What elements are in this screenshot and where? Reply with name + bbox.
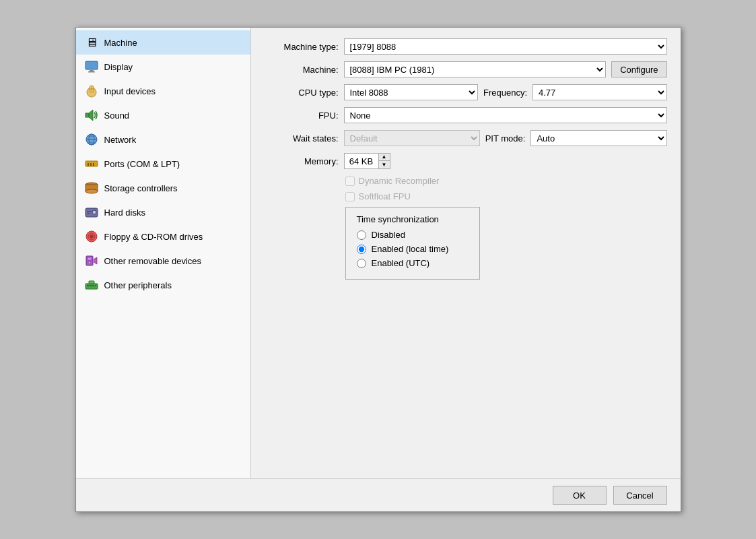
sidebar-item-other-removable-label: Other removable devices bbox=[104, 256, 202, 266]
svg-point-22 bbox=[92, 210, 96, 214]
time-sync-disabled-label: Disabled bbox=[372, 230, 406, 240]
svg-rect-17 bbox=[93, 163, 94, 166]
sidebar-item-machine[interactable]: 🖥 Machine bbox=[76, 30, 250, 55]
memory-spin-buttons: ▲ ▼ bbox=[378, 154, 390, 168]
softfloat-fpu-checkbox[interactable] bbox=[345, 192, 355, 201]
cancel-button[interactable]: Cancel bbox=[613, 486, 667, 505]
other-removable-icon bbox=[84, 253, 99, 268]
sidebar-item-network[interactable]: Network bbox=[76, 127, 250, 152]
dialog-body: 🖥 Machine Display bbox=[76, 28, 681, 478]
dynamic-recompiler-checkbox[interactable] bbox=[345, 177, 355, 186]
svg-rect-23 bbox=[87, 211, 92, 212]
sidebar-item-storage-label: Storage controllers bbox=[104, 183, 178, 193]
time-sync-enabled-utc-label: Enabled (UTC) bbox=[372, 258, 430, 268]
sidebar-item-input-devices[interactable]: Input devices bbox=[76, 79, 250, 103]
svg-rect-35 bbox=[95, 285, 96, 286]
configure-button[interactable]: Configure bbox=[611, 61, 666, 77]
memory-value-input[interactable] bbox=[345, 154, 378, 168]
time-sync-disabled-radio[interactable] bbox=[357, 230, 366, 240]
memory-input: ▲ ▼ bbox=[344, 153, 390, 169]
time-sync-group: Time synchronization Disabled Enabled (l… bbox=[345, 207, 480, 280]
fpu-row: FPU: None bbox=[265, 107, 667, 123]
display-icon bbox=[84, 59, 99, 74]
softfloat-fpu-row: Softfloat FPU bbox=[345, 191, 667, 201]
svg-rect-15 bbox=[88, 163, 89, 166]
memory-increment-button[interactable]: ▲ bbox=[379, 154, 390, 161]
time-sync-enabled-local-radio[interactable] bbox=[357, 245, 366, 254]
sidebar-item-sound[interactable]: Sound bbox=[76, 103, 250, 127]
machine-type-control: [1979] 8088 bbox=[344, 38, 667, 55]
svg-rect-34 bbox=[92, 285, 94, 286]
sidebar-item-ports[interactable]: Ports (COM & LPT) bbox=[76, 152, 250, 176]
sound-icon bbox=[84, 108, 99, 123]
time-sync-enabled-utc-radio[interactable] bbox=[357, 259, 366, 268]
dialog-footer: OK Cancel bbox=[76, 478, 681, 511]
wait-states-row: Wait states: Default PIT mode: Auto bbox=[265, 130, 667, 146]
settings-dialog: 🖥 Machine Display bbox=[75, 27, 681, 512]
dynamic-recompiler-row: Dynamic Recompiler bbox=[345, 176, 667, 186]
svg-point-26 bbox=[90, 234, 94, 239]
svg-rect-33 bbox=[90, 285, 92, 286]
cpu-type-row: CPU type: Intel 8088 Frequency: 4.77 bbox=[265, 84, 667, 100]
memory-label: Memory: bbox=[265, 156, 339, 166]
machine-row: Machine: [8088] IBM PC (1981) Configure bbox=[265, 61, 667, 77]
pit-mode-label: PIT mode: bbox=[485, 133, 526, 144]
machine-label: Machine: bbox=[265, 65, 339, 75]
floppy-icon bbox=[84, 229, 99, 244]
ports-icon bbox=[84, 156, 99, 171]
memory-control: ▲ ▼ bbox=[344, 153, 667, 169]
sidebar-item-floppy-label: Floppy & CD-ROM drives bbox=[104, 232, 203, 242]
sidebar-item-hard-disks[interactable]: Hard disks bbox=[76, 200, 250, 224]
sidebar-item-other-peripherals-label: Other peripherals bbox=[104, 280, 172, 290]
machine-type-select[interactable]: [1979] 8088 bbox=[344, 38, 667, 55]
svg-rect-24 bbox=[87, 213, 90, 214]
sidebar-item-sound-label: Sound bbox=[104, 110, 130, 121]
svg-rect-7 bbox=[85, 113, 89, 117]
network-icon bbox=[84, 132, 99, 147]
input-devices-icon bbox=[84, 84, 99, 98]
frequency-select[interactable]: 4.77 bbox=[532, 84, 666, 100]
machine-control: [8088] IBM PC (1981) Configure bbox=[344, 61, 667, 77]
sidebar-item-network-label: Network bbox=[104, 135, 137, 145]
svg-rect-1 bbox=[90, 70, 94, 71]
sidebar-item-floppy[interactable]: Floppy & CD-ROM drives bbox=[76, 224, 250, 249]
svg-point-30 bbox=[88, 261, 91, 264]
cpu-type-control: Intel 8088 Frequency: 4.77 bbox=[344, 84, 667, 100]
fpu-label: FPU: bbox=[265, 110, 339, 121]
sidebar-item-storage[interactable]: Storage controllers bbox=[76, 176, 250, 200]
wait-states-label: Wait states: bbox=[265, 133, 339, 144]
sidebar-item-other-removable[interactable]: Other removable devices bbox=[76, 249, 250, 273]
machine-type-row: Machine type: [1979] 8088 bbox=[265, 38, 667, 55]
time-sync-disabled-row: Disabled bbox=[357, 230, 469, 240]
hard-disks-icon bbox=[84, 205, 99, 220]
wait-states-control: Default PIT mode: Auto bbox=[344, 130, 667, 146]
svg-point-20 bbox=[85, 189, 98, 193]
sidebar: 🖥 Machine Display bbox=[76, 28, 251, 478]
fpu-select[interactable]: None bbox=[344, 107, 667, 123]
svg-rect-2 bbox=[88, 71, 95, 73]
sidebar-item-machine-label: Machine bbox=[104, 38, 137, 48]
machine-select[interactable]: [8088] IBM PC (1981) bbox=[344, 61, 607, 77]
svg-marker-8 bbox=[89, 110, 93, 121]
wait-states-select[interactable]: Default bbox=[344, 130, 480, 146]
memory-decrement-button[interactable]: ▼ bbox=[379, 161, 390, 168]
cpu-type-label: CPU type: bbox=[265, 88, 339, 98]
machine-icon: 🖥 bbox=[84, 35, 99, 50]
pit-mode-select[interactable]: Auto bbox=[530, 130, 666, 146]
ok-button[interactable]: OK bbox=[553, 486, 607, 505]
main-content: Machine type: [1979] 8088 Machine: [8088… bbox=[251, 28, 681, 478]
svg-rect-32 bbox=[87, 285, 89, 286]
dynamic-recompiler-label: Dynamic Recompiler bbox=[359, 176, 440, 186]
sidebar-item-other-peripherals[interactable]: Other peripherals bbox=[76, 273, 250, 297]
machine-type-label: Machine type: bbox=[265, 42, 339, 52]
storage-icon bbox=[84, 181, 99, 195]
svg-rect-36 bbox=[89, 281, 94, 284]
time-sync-title: Time synchronization bbox=[357, 214, 469, 224]
fpu-control: None bbox=[344, 107, 667, 123]
sidebar-item-display[interactable]: Display bbox=[76, 55, 250, 79]
softfloat-fpu-label: Softfloat FPU bbox=[359, 191, 411, 201]
sidebar-item-ports-label: Ports (COM & LPT) bbox=[104, 159, 180, 169]
cpu-type-select[interactable]: Intel 8088 bbox=[344, 84, 478, 100]
sidebar-item-display-label: Display bbox=[104, 62, 133, 72]
svg-rect-0 bbox=[85, 61, 98, 69]
